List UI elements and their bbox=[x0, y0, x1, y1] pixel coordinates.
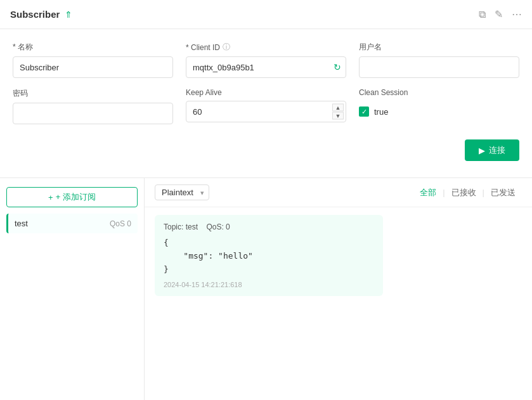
username-input[interactable] bbox=[359, 56, 519, 78]
filter-all[interactable]: 全部 bbox=[413, 186, 443, 200]
spinner-up[interactable]: ▲ bbox=[332, 104, 344, 112]
message-body: { "msg": "hello" } bbox=[164, 236, 374, 276]
more-icon[interactable]: ⋯ bbox=[512, 8, 522, 20]
page-title: Subscriber bbox=[10, 9, 60, 20]
filter-sent[interactable]: 已发送 bbox=[484, 186, 522, 200]
add-subscription-button[interactable]: + + 添加订阅 bbox=[6, 187, 138, 207]
client-id-wrapper: ↻ bbox=[186, 56, 346, 78]
check-icon: ✓ bbox=[361, 108, 367, 116]
format-wrapper: Plaintext JSON Hex Base64 bbox=[155, 184, 209, 200]
edit-icon[interactable]: ✎ bbox=[495, 8, 503, 20]
filter-tabs: 全部 | 已接收 | 已发送 bbox=[413, 186, 522, 200]
message-toolbar: Plaintext JSON Hex Base64 全部 | 已接收 | 已发送 bbox=[145, 178, 532, 207]
format-select[interactable]: Plaintext JSON Hex Base64 bbox=[155, 184, 209, 200]
main-form: * 名称 * Client ID ⓘ ↻ 用户名 密码 bbox=[0, 29, 532, 177]
form-grid: * 名称 * Client ID ⓘ ↻ 用户名 密码 bbox=[13, 42, 519, 124]
keepalive-group: Keep Alive ▲ ▼ bbox=[186, 88, 346, 124]
refresh-icon[interactable]: ↻ bbox=[334, 62, 341, 72]
filter-received[interactable]: 已接收 bbox=[445, 186, 483, 200]
connect-row: ▶ 连接 bbox=[13, 134, 519, 171]
username-group: 用户名 bbox=[359, 42, 519, 78]
password-input[interactable] bbox=[13, 103, 173, 124]
message-topic: Topic: test bbox=[164, 223, 198, 231]
name-label: * 名称 bbox=[13, 42, 173, 53]
message-qos: QoS: 0 bbox=[206, 223, 230, 231]
spinner-down[interactable]: ▼ bbox=[332, 112, 344, 120]
collapse-icon[interactable]: ⇑ bbox=[65, 10, 72, 20]
password-label: 密码 bbox=[13, 88, 173, 99]
clean-session-row: ✓ true bbox=[359, 101, 519, 122]
keepalive-label: Keep Alive bbox=[186, 88, 346, 97]
info-icon: ⓘ bbox=[223, 42, 230, 53]
bottom-panel: + + 添加订阅 test QoS 0 Plaintext JSON Hex B… bbox=[0, 177, 532, 400]
clean-session-value: true bbox=[374, 107, 388, 117]
name-group: * 名称 bbox=[13, 42, 173, 78]
username-label: 用户名 bbox=[359, 42, 519, 53]
sidebar: + + 添加订阅 test QoS 0 bbox=[0, 178, 145, 400]
add-sub-label: + 添加订阅 bbox=[56, 191, 96, 203]
sub-item-qos: QoS 0 bbox=[110, 219, 131, 228]
connect-label: 连接 bbox=[489, 145, 505, 156]
add-icon: + bbox=[48, 193, 53, 202]
subscription-item[interactable]: test QoS 0 bbox=[6, 214, 138, 233]
sub-item-name: test bbox=[15, 219, 28, 228]
name-input[interactable] bbox=[13, 56, 173, 78]
keepalive-input[interactable] bbox=[186, 101, 346, 122]
play-icon: ▶ bbox=[479, 146, 485, 155]
clean-session-label: Clean Session bbox=[359, 88, 519, 97]
message-timestamp: 2024-04-15 14:21:21:618 bbox=[164, 281, 374, 288]
password-group: 密码 bbox=[13, 88, 173, 124]
clean-session-group: Clean Session ✓ true bbox=[359, 88, 519, 124]
message-panel: Plaintext JSON Hex Base64 全部 | 已接收 | 已发送… bbox=[145, 178, 532, 400]
top-bar-left: Subscriber ⇑ bbox=[10, 9, 72, 20]
top-bar-right: ⧉ ✎ ⋯ bbox=[479, 8, 522, 20]
copy-icon[interactable]: ⧉ bbox=[479, 9, 486, 20]
message-list: Topic: test QoS: 0 { "msg": "hello" } 20… bbox=[145, 207, 532, 400]
message-card: Topic: test QoS: 0 { "msg": "hello" } 20… bbox=[155, 215, 383, 296]
message-meta: Topic: test QoS: 0 bbox=[164, 223, 374, 231]
clean-session-checkbox[interactable]: ✓ bbox=[359, 106, 369, 117]
subscription-list: test QoS 0 bbox=[6, 214, 138, 233]
client-id-label: * Client ID ⓘ bbox=[186, 42, 346, 53]
top-bar: Subscriber ⇑ ⧉ ✎ ⋯ bbox=[0, 0, 532, 29]
client-id-group: * Client ID ⓘ ↻ bbox=[186, 42, 346, 78]
connect-button[interactable]: ▶ 连接 bbox=[465, 139, 519, 161]
keepalive-wrapper: ▲ ▼ bbox=[186, 101, 346, 122]
client-id-input[interactable] bbox=[186, 56, 346, 78]
spinner-buttons: ▲ ▼ bbox=[332, 104, 344, 120]
